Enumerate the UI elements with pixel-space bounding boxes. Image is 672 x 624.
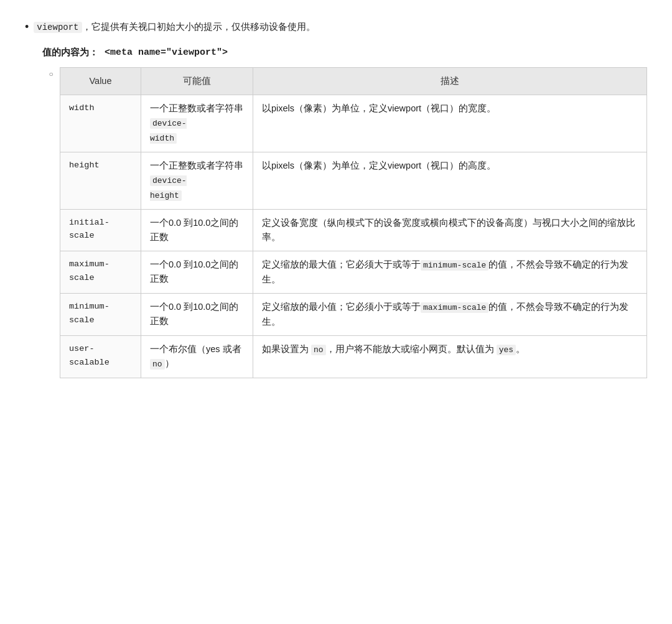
cell-desc-user-scalable: 如果设置为 no，用户将不能放大或缩小网页。默认值为 yes。 bbox=[253, 336, 647, 378]
table-header-row: Value 可能值 描述 bbox=[60, 68, 647, 95]
device-height-code: device-height bbox=[150, 175, 187, 201]
intro-text: viewport，它提供有关视口初始大小的提示，仅供移动设备使用。 bbox=[34, 19, 315, 35]
cell-possible-user-scalable: 一个布尔值（yes 或者no） bbox=[141, 336, 253, 378]
cell-possible-maximum-scale: 一个0.0 到10.0之间的正数 bbox=[141, 251, 253, 294]
cell-desc-height: 以pixels（像素）为单位，定义viewport（视口）的高度。 bbox=[253, 152, 647, 209]
table-row: height 一个正整数或者字符串 device-height 以pixels（… bbox=[60, 152, 647, 209]
cell-desc-initial-scale: 定义设备宽度（纵向模式下的设备宽度或横向模式下的设备高度）与视口大小之间的缩放比… bbox=[253, 209, 647, 251]
content-block: 值的内容为： <meta name="viewport"> ○ Value 可能… bbox=[42, 47, 647, 378]
cell-desc-maximum-scale: 定义缩放的最大值；它必须大于或等于minimum-scale的值，不然会导致不确… bbox=[253, 251, 647, 294]
bullet-point: • bbox=[25, 19, 29, 35]
cell-value-user-scalable: user-scalable bbox=[60, 336, 141, 378]
circle-bullet: ○ bbox=[42, 67, 60, 78]
table-row: initial-scale 一个0.0 到10.0之间的正数 定义设备宽度（纵向… bbox=[60, 209, 647, 251]
intro-section: • viewport，它提供有关视口初始大小的提示，仅供移动设备使用。 bbox=[25, 19, 647, 35]
no-code-desc: no bbox=[311, 345, 326, 355]
col-description: 描述 bbox=[253, 68, 647, 95]
cell-possible-minimum-scale: 一个0.0 到10.0之间的正数 bbox=[141, 294, 253, 336]
value-label-row: 值的内容为： <meta name="viewport"> bbox=[42, 47, 647, 58]
yes-code-desc: yes bbox=[497, 345, 516, 355]
maximum-scale-code: maximum-scale bbox=[421, 302, 488, 313]
cell-desc-width: 以pixels（像素）为单位，定义viewport（视口）的宽度。 bbox=[253, 95, 647, 152]
cell-desc-minimum-scale: 定义缩放的最小值；它必须小于或等于maximum-scale的值，不然会导致不确… bbox=[253, 294, 647, 336]
col-possible: 可能值 bbox=[141, 68, 253, 95]
table-row: width 一个正整数或者字符串 device-width 以pixels（像素… bbox=[60, 95, 647, 152]
viewport-table: Value 可能值 描述 width 一个正整数或者字符串 device-wid… bbox=[60, 67, 647, 378]
value-label: 值的内容为： bbox=[42, 47, 98, 58]
table-row: maximum-scale 一个0.0 到10.0之间的正数 定义缩放的最大值；… bbox=[60, 251, 647, 294]
meta-tag-code: <meta name="viewport"> bbox=[105, 47, 228, 58]
col-value: Value bbox=[60, 68, 141, 95]
table-row: user-scalable 一个布尔值（yes 或者no） 如果设置为 no，用… bbox=[60, 336, 647, 378]
table-outer-row: ○ Value 可能值 描述 width 一个正整数或者字符串 device-w… bbox=[42, 67, 647, 378]
viewport-code: viewport bbox=[34, 22, 82, 33]
cell-possible-initial-scale: 一个0.0 到10.0之间的正数 bbox=[141, 209, 253, 251]
cell-value-minimum-scale: minimum-scale bbox=[60, 294, 141, 336]
cell-value-width: width bbox=[60, 95, 141, 152]
cell-possible-width: 一个正整数或者字符串 device-width bbox=[141, 95, 253, 152]
cell-possible-height: 一个正整数或者字符串 device-height bbox=[141, 152, 253, 209]
cell-value-maximum-scale: maximum-scale bbox=[60, 251, 141, 294]
no-code-possible: no bbox=[150, 359, 165, 370]
device-width-code: device-width bbox=[150, 118, 187, 144]
table-row: minimum-scale 一个0.0 到10.0之间的正数 定义缩放的最小值；… bbox=[60, 294, 647, 336]
cell-value-initial-scale: initial-scale bbox=[60, 209, 141, 251]
cell-value-height: height bbox=[60, 152, 141, 209]
minimum-scale-code: minimum-scale bbox=[421, 260, 488, 271]
